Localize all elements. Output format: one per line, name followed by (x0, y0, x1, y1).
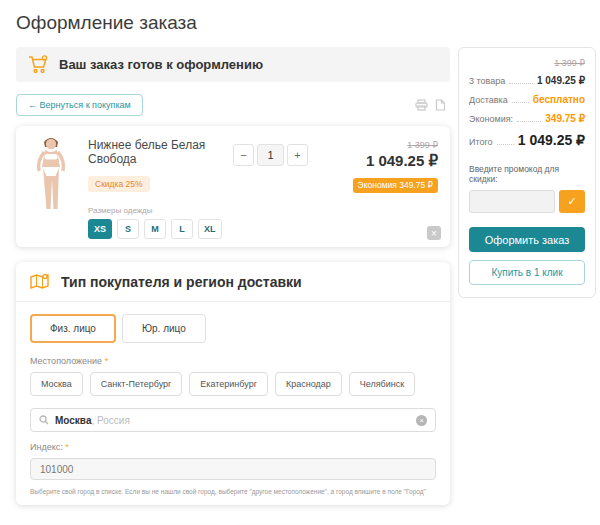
discount-badge: Скидка 25% (88, 176, 150, 192)
order-summary-panel: 1 399 ₽ 3 товара 1 049.25 ₽ Доставка бес… (458, 47, 596, 298)
dotted-leader (509, 76, 533, 84)
size-option-l[interactable]: L (171, 219, 193, 239)
buyer-region-section: Тип покупателя и регион доставки Физ. ли… (16, 262, 450, 505)
savings-badge: Экономия 349.75 ₽ (353, 178, 438, 193)
cart-icon (28, 55, 49, 74)
print-document-icon[interactable] (435, 99, 446, 111)
dotted-leader (512, 95, 529, 103)
required-mark: * (105, 356, 109, 366)
tab-legal-entity[interactable]: Юр. лицо (122, 314, 206, 343)
product-price: 1 049.25 ₽ (326, 152, 438, 170)
apply-promo-button[interactable]: ✓ (559, 190, 585, 213)
buyer-section-title: Тип покупателя и регион доставки (61, 274, 302, 290)
check-icon: ✓ (567, 195, 576, 207)
clear-city-icon[interactable]: × (416, 415, 427, 426)
checkout-page: Оформление заказа Ваш заказ готов к офор… (0, 0, 600, 525)
summary-old-total: 1 399 ₽ (469, 58, 585, 68)
product-old-price: 1 399 ₽ (326, 140, 438, 150)
location-label: Местоположение * (30, 356, 436, 366)
quantity-decrease-button[interactable]: − (233, 144, 254, 166)
city-chip-moscow[interactable]: Москва (30, 372, 83, 396)
printer-icon[interactable] (415, 99, 428, 111)
checkout-button[interactable]: Оформить заказ (469, 227, 585, 252)
size-option-xs[interactable]: XS (88, 219, 112, 239)
size-option-xl[interactable]: XL (198, 219, 222, 239)
quantity-stepper: − 1 + (233, 144, 308, 166)
index-input[interactable] (30, 458, 436, 480)
one-click-buy-button[interactable]: Купить в 1 клик (469, 260, 585, 285)
order-ready-banner: Ваш заказ готов к оформлению (16, 47, 450, 82)
cart-item-card: Нижнее белье Белая Свобода Скидка 25% Ра… (16, 126, 450, 247)
remove-item-button[interactable]: × (427, 226, 441, 240)
city-chip-spb[interactable]: Санкт-Петербург (90, 372, 183, 396)
city-search-value: Москва, Россия (55, 415, 410, 426)
index-label: Индекс: * (30, 442, 436, 452)
dotted-leader (497, 137, 514, 145)
buyer-type-tabs: Физ. лицо Юр. лицо (30, 314, 436, 343)
quantity-value: 1 (257, 144, 284, 166)
dotted-leader (517, 114, 541, 122)
back-to-shopping-button[interactable]: ← Вернуться к покупкам (16, 94, 143, 116)
city-chip-krasnodar[interactable]: Краснодар (275, 372, 342, 396)
tab-individual[interactable]: Физ. лицо (30, 314, 116, 343)
print-actions (415, 99, 446, 111)
summary-row-total: Итого 1 049.25 ₽ (469, 132, 585, 148)
summary-row-delivery: Доставка бесплатно (469, 94, 585, 105)
summary-row-items: 3 товара 1 049.25 ₽ (469, 75, 585, 86)
product-title: Нижнее белье Белая Свобода (88, 138, 233, 166)
page-title: Оформление заказа (16, 12, 586, 34)
main-column: Ваш заказ готов к оформлению ← Вернуться… (16, 47, 450, 525)
summary-row-savings: Экономия: 349.75 ₽ (469, 113, 585, 124)
city-chips: Москва Санкт-Петербург Екатеринбург Крас… (30, 372, 436, 396)
banner-text: Ваш заказ готов к оформлению (59, 57, 263, 72)
city-chip-ekaterinburg[interactable]: Екатеринбург (189, 372, 268, 396)
map-icon (30, 273, 50, 290)
search-icon (39, 415, 49, 425)
sizes-label: Размеры одежды (88, 206, 233, 215)
promo-label: Введите промокод для скидки: (469, 164, 585, 184)
size-option-m[interactable]: M (144, 219, 166, 239)
size-option-s[interactable]: S (117, 219, 139, 239)
product-image (28, 136, 74, 239)
quantity-increase-button[interactable]: + (287, 144, 308, 166)
promo-input[interactable] (469, 190, 555, 213)
city-search-input[interactable]: Москва, Россия × (30, 408, 436, 432)
city-chip-chelyabinsk[interactable]: Челябинск (349, 372, 415, 396)
city-help-text: Выберите свой город в списке. Если вы не… (30, 488, 436, 495)
size-selector: XS S M L XL (88, 219, 233, 239)
